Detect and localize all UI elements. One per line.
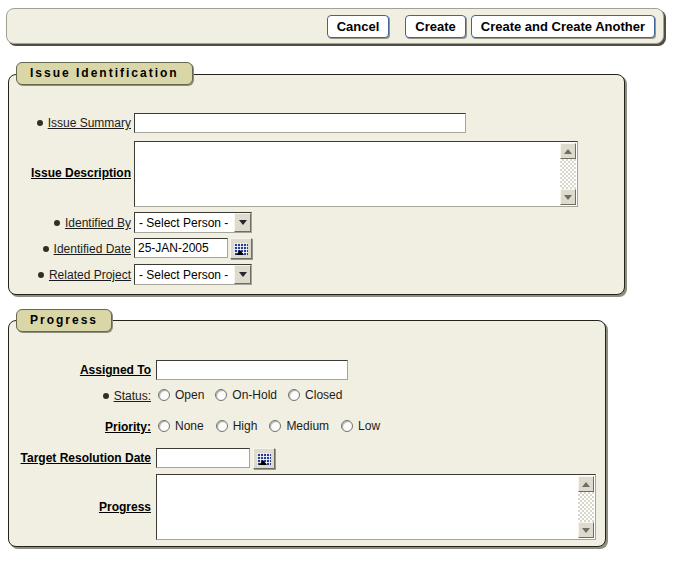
- identified-date-input[interactable]: [134, 238, 228, 258]
- related-project-selected-value: - Select Person -: [139, 268, 228, 282]
- arrow-down-icon[interactable]: [578, 522, 594, 538]
- issue-summary-label-box: Issue Summary: [9, 115, 131, 131]
- radio-icon[interactable]: [215, 389, 227, 401]
- radio-icon[interactable]: [269, 420, 281, 432]
- target-resolution-date-label-box: Target Resolution Date: [9, 450, 151, 466]
- scrollbar[interactable]: [577, 476, 594, 538]
- priority-option-label: Medium: [286, 419, 329, 433]
- related-project-select[interactable]: - Select Person -: [134, 264, 252, 285]
- status-option-label: Open: [175, 388, 204, 402]
- create-issue-page: Cancel Create Create and Create Another …: [0, 0, 676, 561]
- arrow-down-icon[interactable]: [560, 189, 576, 205]
- related-project-label-box: Related Project: [9, 267, 131, 283]
- region-title-issue-identification: Issue Identification: [16, 62, 193, 85]
- progress-region: Assigned To Status: Open On-Hold Closed …: [8, 320, 606, 547]
- create-button[interactable]: Create: [405, 15, 465, 38]
- assigned-to-input[interactable]: [156, 360, 348, 380]
- related-project-label[interactable]: Related Project: [49, 268, 131, 282]
- issue-description-textarea[interactable]: [134, 141, 578, 207]
- toolbar: Cancel Create Create and Create Another: [6, 8, 664, 44]
- issue-description-label[interactable]: Issue Description: [31, 166, 131, 180]
- identified-by-select[interactable]: - Select Person -: [134, 212, 252, 233]
- required-bullet-icon: [37, 120, 43, 126]
- status-radio-group: Open On-Hold Closed: [158, 387, 342, 403]
- issue-description-label-box: Issue Description: [9, 165, 131, 181]
- identified-by-label[interactable]: Identified By: [65, 216, 131, 230]
- priority-option-label: High: [233, 419, 258, 433]
- progress-label-box: Progress: [9, 499, 151, 515]
- status-option-label: On-Hold: [232, 388, 277, 402]
- identified-by-selected-value: - Select Person -: [139, 216, 228, 230]
- radio-icon[interactable]: [158, 420, 170, 432]
- arrow-up-icon[interactable]: [560, 143, 576, 159]
- target-resolution-date-label[interactable]: Target Resolution Date: [21, 451, 151, 465]
- required-bullet-icon: [54, 220, 60, 226]
- radio-icon[interactable]: [216, 420, 228, 432]
- create-and-create-another-button[interactable]: Create and Create Another: [471, 15, 655, 38]
- calendar-icon: [234, 243, 248, 255]
- arrow-up-icon[interactable]: [578, 476, 594, 492]
- assigned-to-label-box: Assigned To: [9, 362, 151, 378]
- priority-option-label: None: [175, 419, 204, 433]
- radio-icon[interactable]: [341, 420, 353, 432]
- target-resolution-date-calendar-button[interactable]: [253, 448, 275, 469]
- identified-date-label-box: Identified Date: [9, 241, 131, 257]
- issue-summary-label[interactable]: Issue Summary: [48, 116, 131, 130]
- identified-by-label-box: Identified By: [9, 215, 131, 231]
- status-radio-on-hold[interactable]: On-Hold: [215, 388, 277, 402]
- chevron-down-icon[interactable]: [234, 265, 251, 284]
- priority-radio-medium[interactable]: Medium: [269, 419, 329, 433]
- radio-icon[interactable]: [158, 389, 170, 401]
- priority-radio-group: None High Medium Low: [158, 418, 380, 434]
- priority-radio-low[interactable]: Low: [341, 419, 380, 433]
- assigned-to-label[interactable]: Assigned To: [80, 363, 151, 377]
- priority-label-box: Priority:: [9, 419, 151, 435]
- required-bullet-icon: [38, 272, 44, 278]
- priority-label[interactable]: Priority:: [105, 420, 151, 434]
- chevron-down-icon[interactable]: [234, 213, 251, 232]
- status-radio-open[interactable]: Open: [158, 388, 204, 402]
- radio-icon[interactable]: [288, 389, 300, 401]
- progress-textarea[interactable]: [156, 474, 596, 540]
- identified-date-calendar-button[interactable]: [230, 238, 252, 259]
- calendar-icon: [257, 453, 271, 465]
- required-bullet-icon: [43, 246, 49, 252]
- target-resolution-date-input[interactable]: [156, 448, 250, 468]
- required-bullet-icon: [103, 393, 109, 399]
- priority-radio-none[interactable]: None: [158, 419, 204, 433]
- priority-option-label: Low: [358, 419, 380, 433]
- identified-date-label[interactable]: Identified Date: [54, 242, 131, 256]
- cancel-button[interactable]: Cancel: [327, 15, 390, 38]
- status-radio-closed[interactable]: Closed: [288, 388, 342, 402]
- progress-label[interactable]: Progress: [99, 500, 151, 514]
- scrollbar[interactable]: [559, 143, 576, 205]
- status-option-label: Closed: [305, 388, 342, 402]
- region-title-progress: Progress: [16, 309, 112, 332]
- priority-radio-high[interactable]: High: [216, 419, 258, 433]
- status-label-box: Status:: [9, 388, 151, 404]
- status-label[interactable]: Status:: [114, 389, 151, 403]
- issue-summary-input[interactable]: [134, 113, 466, 133]
- issue-identification-region: Issue Summary Issue Description Identifi…: [8, 74, 625, 295]
